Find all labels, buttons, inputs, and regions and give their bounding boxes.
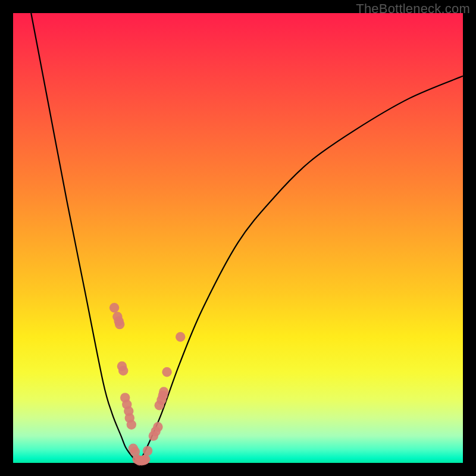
scatter-dot — [115, 320, 124, 329]
scatter-group — [109, 303, 186, 465]
scatter-dot — [143, 446, 152, 455]
scatter-dot — [176, 332, 185, 342]
scatter-dot — [159, 387, 168, 396]
scatter-dot — [127, 420, 136, 430]
curve-right-branch — [139, 76, 463, 463]
scatter-dot — [109, 303, 119, 312]
scatter-dot — [153, 422, 162, 431]
scatter-dot — [118, 366, 128, 375]
curve-group — [31, 13, 463, 463]
chart-container: TheBottleneck.com — [0, 0, 476, 476]
scatter-dot — [140, 455, 150, 464]
chart-svg-overlay — [13, 13, 463, 463]
scatter-dot — [162, 367, 171, 377]
